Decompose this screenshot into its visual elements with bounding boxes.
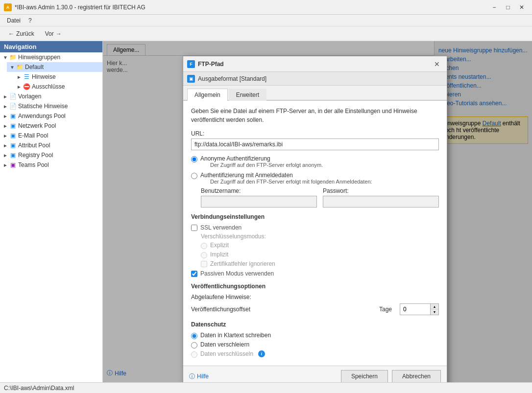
cert-error-label: Zertifikatfehler ignorieren — [210, 260, 275, 267]
folder-icon: 📁 — [16, 63, 24, 71]
radio-credentials[interactable]: Authentifizierung mit Anmeldedaten Der Z… — [191, 172, 439, 185]
sidebar-item-ausschlusse[interactable]: ► ⛔ Ausschlüsse — [14, 82, 102, 92]
password-label: Passwort: — [323, 187, 439, 194]
output-format-icon: ▣ — [187, 75, 195, 83]
back-button[interactable]: ← Zurück — [4, 29, 39, 39]
offset-spinner[interactable]: ▲ ▼ — [400, 303, 439, 315]
publish-offset-row: Veröffentlichungsoffset Tage ▲ ▼ — [191, 303, 439, 315]
radio-obfuscate[interactable]: Daten verschleiern — [191, 341, 439, 348]
sidebar-item-vorlagen[interactable]: ► 📄 Vorlagen — [0, 92, 102, 101]
expand-arrow: ► — [2, 162, 9, 168]
explicit-label: Explizit — [210, 242, 229, 249]
footer-buttons: Speichern Abbrechen — [341, 370, 441, 382]
info-icon[interactable]: i — [258, 350, 265, 357]
ausschlusse-icon: ⛔ — [23, 83, 30, 91]
menu-bar: Datei ? — [0, 15, 532, 26]
expired-hints-label: Abgelaufene Hinweise: — [191, 294, 439, 301]
email-icon: ▣ — [9, 132, 17, 139]
expand-icon: ▼ — [2, 55, 9, 60]
obfuscate-label: Daten verschleiern — [200, 341, 249, 348]
radio-implicit[interactable]: Implizit — [201, 251, 439, 258]
sidebar-item-anwendungs[interactable]: ► ▣ Anwendungs Pool — [0, 111, 102, 121]
ftp-icon: F — [187, 60, 195, 68]
credentials-sublabel: Der Zugriff auf den FTP-Server erfolgt m… — [210, 179, 372, 185]
sidebar-header: Navigation — [0, 41, 102, 52]
ftp-dialog-footer: ⓘ Hilfe Speichern Abbrechen — [183, 366, 447, 382]
sidebar-item-default[interactable]: ▼ 📁 Default — [7, 62, 102, 72]
url-input[interactable] — [191, 139, 439, 150]
encryption-mode-label: Verschlüsselungsmodus: — [201, 233, 439, 240]
encrypt-radio[interactable] — [191, 351, 197, 358]
plain-text-label: Daten in Klartext schreiben — [200, 332, 271, 339]
expand-arrow: ► — [2, 143, 9, 148]
hinweisgruppen-label: Hinweisgruppen — [18, 54, 60, 61]
forward-arrow-icon: → — [56, 30, 62, 37]
password-input[interactable] — [323, 196, 439, 208]
tab-erweitert[interactable]: Erweitert — [229, 89, 266, 101]
sidebar: Navigation ▼ 📁 Hinweisgruppen ▼ 📁 Defaul… — [0, 41, 103, 382]
publish-offset-label: Veröffentlichungsoffset — [191, 306, 289, 313]
ssl-checkbox[interactable] — [191, 225, 197, 231]
help-link[interactable]: ⓘ Hilfe — [189, 372, 209, 381]
hinweisgruppen-children: ▼ 📁 Default ► ☰ Hinweise ► ⛔ Ausschlüsse — [0, 62, 102, 92]
menu-help[interactable]: ? — [25, 16, 35, 25]
tab-allgemein[interactable]: Allgemein — [187, 89, 228, 101]
menu-datei[interactable]: Datei — [4, 16, 24, 25]
expand-arrow: ► — [16, 74, 23, 80]
spinner-down[interactable]: ▼ — [431, 309, 438, 315]
plain-text-radio[interactable] — [191, 333, 197, 339]
ssl-checkbox-item[interactable]: SSL verwenden — [191, 224, 439, 231]
offset-input[interactable] — [400, 304, 430, 314]
ftp-dialog-title-bar: F FTP-Pfad ✕ — [183, 56, 447, 72]
radio-encrypt[interactable]: Daten verschlüsseln i — [191, 350, 439, 358]
sidebar-item-email[interactable]: ► ▣ E-Mail Pool — [0, 131, 102, 140]
spinner-buttons: ▲ ▼ — [430, 304, 438, 315]
anonymous-label: Anonyme Authentifizierung — [200, 155, 323, 162]
radio-anonymous[interactable]: Anonyme Authentifizierung Der Zugriff au… — [191, 155, 439, 168]
sidebar-item-hinweisgruppen[interactable]: ▼ 📁 Hinweisgruppen — [0, 52, 102, 62]
minimize-button[interactable]: − — [488, 2, 501, 12]
ftp-description: Geben Sie eine Datei auf einem FTP-Serve… — [191, 107, 439, 124]
registry-label: Registry Pool — [18, 152, 53, 159]
cert-error-checkbox-item[interactable]: Zertifikatfehler ignorieren — [201, 260, 439, 267]
close-button[interactable]: ✕ — [515, 2, 528, 12]
default-children: ► ☰ Hinweise ► ⛔ Ausschlüsse — [7, 72, 102, 92]
explicit-radio-group: Explizit Implizit — [201, 242, 439, 258]
ftp-dialog-content: Geben Sie eine Datei auf einem FTP-Serve… — [183, 101, 447, 366]
statische-icon: 📄 — [9, 102, 17, 110]
ausschlusse-label: Ausschlüsse — [32, 83, 65, 90]
radio-explicit[interactable]: Explizit — [201, 242, 439, 249]
forward-button[interactable]: Vor → — [41, 29, 66, 39]
sidebar-item-netzwerk[interactable]: ► ▣ Netzwerk Pool — [0, 121, 102, 131]
ftp-close-button[interactable]: ✕ — [431, 59, 443, 69]
passive-mode-checkbox-item[interactable]: Passiven Modus verwenden — [191, 270, 439, 277]
anonymous-radio[interactable] — [191, 156, 197, 162]
sidebar-item-registry[interactable]: ► ▣ Registry Pool — [0, 150, 102, 160]
back-arrow-icon: ← — [8, 30, 14, 37]
explicit-radio[interactable] — [201, 243, 207, 249]
radio-plain-text[interactable]: Daten in Klartext schreiben — [191, 332, 439, 339]
cert-error-checkbox[interactable] — [201, 261, 207, 267]
folder-icon: 📁 — [9, 53, 17, 61]
cancel-button[interactable]: Abbrechen — [392, 370, 441, 382]
expand-arrow: ► — [2, 133, 9, 139]
spinner-up[interactable]: ▲ — [431, 304, 438, 309]
back-label: Zurück — [16, 30, 34, 37]
sidebar-item-teams[interactable]: ► ▣ Teams Pool — [0, 160, 102, 170]
main-content: Navigation ▼ 📁 Hinweisgruppen ▼ 📁 Defaul… — [0, 41, 532, 382]
attribut-icon: ▣ — [9, 141, 17, 149]
hinweise-icon: ☰ — [23, 73, 30, 81]
passive-mode-checkbox[interactable] — [191, 271, 197, 277]
credentials-radio[interactable] — [191, 173, 197, 179]
sidebar-item-hinweise[interactable]: ► ☰ Hinweise — [14, 72, 102, 82]
sidebar-item-attribut[interactable]: ► ▣ Attribut Pool — [0, 140, 102, 150]
sidebar-item-statische[interactable]: ► 📄 Statische Hinweise — [0, 101, 102, 111]
implicit-radio[interactable] — [201, 252, 207, 258]
teams-icon: ▣ — [9, 161, 17, 169]
maximize-button[interactable]: □ — [502, 2, 514, 12]
auth-group: Anonyme Authentifizierung Der Zugriff au… — [191, 155, 439, 208]
save-button[interactable]: Speichern — [341, 370, 388, 382]
url-group: URL: — [191, 130, 439, 150]
obfuscate-radio[interactable] — [191, 342, 197, 348]
username-input[interactable] — [201, 196, 317, 208]
